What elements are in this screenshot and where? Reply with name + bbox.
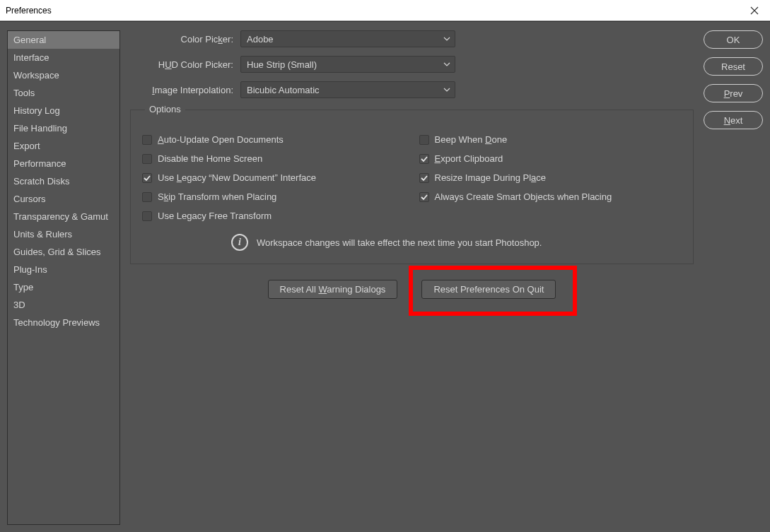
checkbox[interactable] [419,135,429,145]
sidebar-item-plug-ins[interactable]: Plug-Ins [8,261,119,278]
window-title: Preferences [6,6,52,16]
option-label[interactable]: Always Create Smart Objects when Placing [435,191,612,202]
hud-color-picker-select[interactable]: Hue Strip (Small) [240,56,455,73]
option-left-2: Use Legacy “New Document” Interface [142,168,405,187]
option-label[interactable]: Disable the Home Screen [158,153,262,164]
info-icon: i [231,234,248,251]
color-picker-select[interactable]: Adobe [240,30,455,47]
image-interpolation-value: Bicubic Automatic [247,85,320,95]
chevron-down-icon [443,61,450,68]
sidebar-item-3d[interactable]: 3D [8,296,119,314]
sidebar-item-technology-previews[interactable]: Technology Previews [8,314,119,331]
chevron-down-icon [443,86,450,93]
option-label[interactable]: Resize Image During Place [435,172,547,183]
option-label[interactable]: Beep When Done [435,134,508,145]
image-interpolation-label: Image Interpolation: [130,85,240,95]
sidebar-item-scratch-disks[interactable]: Scratch Disks [8,172,119,190]
sidebar-item-cursors[interactable]: Cursors [8,190,119,208]
option-left-0: Auto-Update Open Documents [142,130,405,149]
check-icon [421,175,428,182]
ok-button[interactable]: OK [704,30,763,49]
options-legend: Options [145,104,185,114]
reset-preferences-on-quit-button[interactable]: Reset Preferences On Quit [421,280,556,299]
reset-button[interactable]: Reset [704,57,763,76]
check-icon [421,194,428,201]
sidebar-item-interface[interactable]: Interface [8,49,119,66]
sidebar-item-units-rulers[interactable]: Units & Rulers [8,225,119,243]
close-button[interactable] [745,1,764,20]
titlebar: Preferences [0,0,770,21]
sidebar-item-tools[interactable]: Tools [8,84,119,102]
option-right-1: Export Clipboard [419,149,682,168]
option-right-0: Beep When Done [419,130,682,149]
check-icon [144,175,151,182]
checkbox[interactable] [142,173,152,183]
dialog-buttons: OK Reset Prev Next [704,30,763,525]
sidebar-item-performance[interactable]: Performance [8,155,119,172]
sidebar-item-workspace[interactable]: Workspace [8,66,119,84]
color-picker-value: Adobe [247,34,274,45]
option-right-3: Always Create Smart Objects when Placing [419,187,682,206]
checkbox[interactable] [419,192,429,202]
next-button[interactable]: Next [704,111,763,129]
hud-color-picker-label: HUD Color Picker: [130,59,240,70]
image-interpolation-select[interactable]: Bicubic Automatic [240,81,455,98]
main-panel: Color Picker: Adobe HUD Color Picker: Hu… [130,30,694,525]
chevron-down-icon [443,35,450,42]
option-label[interactable]: Skip Transform when Placing [158,191,276,202]
sidebar-item-export[interactable]: Export [8,137,119,155]
options-fieldset: Options Auto-Update Open DocumentsDisabl… [130,110,694,264]
sidebar-item-transparency-gamut[interactable]: Transparency & Gamut [8,208,119,225]
sidebar-item-history-log[interactable]: History Log [8,102,119,119]
sidebar-item-type[interactable]: Type [8,278,119,296]
option-label[interactable]: Export Clipboard [435,153,503,164]
color-picker-label: Color Picker: [130,34,240,45]
option-left-3: Skip Transform when Placing [142,187,405,206]
sidebar-item-file-handling[interactable]: File Handling [8,119,119,137]
sidebar: GeneralInterfaceWorkspaceToolsHistory Lo… [7,30,120,525]
checkbox[interactable] [142,135,152,145]
option-label[interactable]: Use Legacy “New Document” Interface [158,172,316,183]
check-icon [421,155,428,162]
sidebar-item-general[interactable]: General [8,31,119,49]
option-label[interactable]: Use Legacy Free Transform [158,211,272,221]
checkbox[interactable] [419,173,429,183]
checkbox[interactable] [142,192,152,202]
option-left-1: Disable the Home Screen [142,149,405,168]
info-text: Workspace changes will take effect the n… [257,237,542,248]
option-label[interactable]: Auto-Update Open Documents [158,134,284,145]
reset-warning-dialogs-button[interactable]: Reset All Warning Dialogs [268,280,398,299]
checkbox[interactable] [142,154,152,164]
close-icon [750,6,759,15]
hud-color-picker-value: Hue Strip (Small) [247,59,317,70]
checkbox[interactable] [142,211,152,221]
option-right-2: Resize Image During Place [419,168,682,187]
prev-button[interactable]: Prev [704,84,763,102]
option-left-4: Use Legacy Free Transform [142,206,405,225]
checkbox[interactable] [419,154,429,164]
sidebar-item-guides-grid-slices[interactable]: Guides, Grid & Slices [8,243,119,261]
